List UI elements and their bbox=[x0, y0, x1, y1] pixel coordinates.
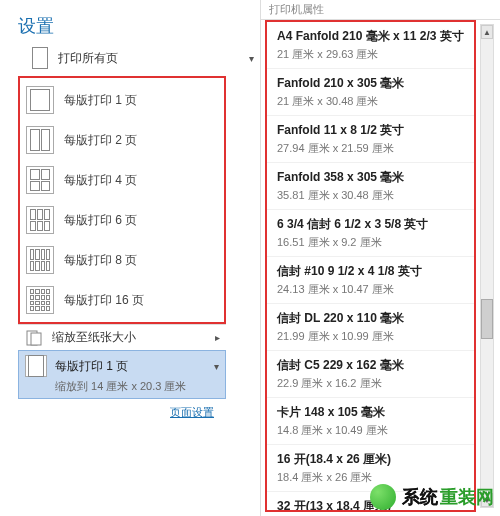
pages-per-sheet-label: 每版打印 1 页 bbox=[64, 92, 137, 109]
chevron-right-icon: ▸ bbox=[215, 332, 220, 343]
chevron-down-icon: ▾ bbox=[249, 53, 254, 64]
printer-properties-header: 打印机属性 bbox=[261, 0, 500, 20]
paper-size-name: 信封 DL 220 x 110 毫米 bbox=[277, 310, 464, 327]
pages-per-sheet-menu: 每版打印 1 页每版打印 2 页每版打印 4 页每版打印 6 页每版打印 8 页… bbox=[18, 76, 226, 324]
pages-per-sheet-option[interactable]: 每版打印 1 页 bbox=[20, 80, 224, 120]
paper-size-option[interactable]: 16 开(18.4 x 26 厘米)18.4 厘米 x 26 厘米 bbox=[267, 445, 474, 492]
pages-per-sheet-label: 每版打印 16 页 bbox=[64, 292, 144, 309]
settings-title: 设置 bbox=[0, 10, 260, 46]
paper-size-dimensions: 22.9 厘米 x 16.2 厘米 bbox=[277, 376, 464, 391]
pages-grid-icon bbox=[26, 246, 54, 274]
scroll-down-button[interactable]: ▼ bbox=[481, 493, 493, 507]
paper-size-dimensions: 16.51 厘米 x 9.2 厘米 bbox=[277, 235, 464, 250]
paper-size-name: 6 3/4 信封 6 1/2 x 3 5/8 英寸 bbox=[277, 216, 464, 233]
paper-size-option[interactable]: 32 开(13 x 18.4 厘米)13 厘米 x 18.4 厘米 bbox=[267, 492, 474, 512]
paper-size-name: Fanfold 358 x 305 毫米 bbox=[277, 169, 464, 186]
paper-size-name: 16 开(18.4 x 26 厘米) bbox=[277, 451, 464, 468]
paper-size-option[interactable]: Fanfold 210 x 305 毫米21 厘米 x 30.48 厘米 bbox=[267, 69, 474, 116]
print-scope-label: 打印所有页 bbox=[58, 50, 118, 67]
scale-icon bbox=[24, 328, 44, 348]
pages-grid-icon bbox=[26, 206, 54, 234]
paper-size-name: 信封 #10 9 1/2 x 4 1/8 英寸 bbox=[277, 263, 464, 280]
paper-size-dimensions: 14.8 厘米 x 10.49 厘米 bbox=[277, 423, 464, 438]
paper-size-dimensions: 24.13 厘米 x 10.47 厘米 bbox=[277, 282, 464, 297]
print-scope-dropdown[interactable]: 打印所有页 ▾ bbox=[0, 46, 260, 70]
scroll-thumb[interactable] bbox=[481, 299, 493, 339]
pages-per-sheet-option[interactable]: 每版打印 2 页 bbox=[20, 120, 224, 160]
current-pages-per-sheet-dropdown[interactable]: 每版打印 1 页 ▾ 缩放到 14 厘米 x 20.3 厘米 bbox=[18, 350, 226, 399]
paper-size-name: 信封 C5 229 x 162 毫米 bbox=[277, 357, 464, 374]
paper-size-option[interactable]: A4 Fanfold 210 毫米 x 11 2/3 英寸21 厘米 x 29.… bbox=[267, 22, 474, 69]
paper-size-dimensions: 18.4 厘米 x 26 厘米 bbox=[277, 470, 464, 485]
paper-size-option[interactable]: Fanfold 358 x 305 毫米35.81 厘米 x 30.48 厘米 bbox=[267, 163, 474, 210]
paper-size-name: A4 Fanfold 210 毫米 x 11 2/3 英寸 bbox=[277, 28, 464, 45]
scroll-track[interactable] bbox=[481, 39, 493, 493]
pages-per-sheet-label: 每版打印 8 页 bbox=[64, 252, 137, 269]
chevron-down-icon: ▾ bbox=[214, 361, 219, 372]
scroll-up-button[interactable]: ▲ bbox=[481, 25, 493, 39]
paper-size-dimensions: 21 厘米 x 30.48 厘米 bbox=[277, 94, 464, 109]
paper-size-dimensions: 21.99 厘米 x 10.99 厘米 bbox=[277, 329, 464, 344]
paper-size-option[interactable]: 6 3/4 信封 6 1/2 x 3 5/8 英寸16.51 厘米 x 9.2 … bbox=[267, 210, 474, 257]
pages-per-sheet-label: 每版打印 6 页 bbox=[64, 212, 137, 229]
paper-size-dimensions: 35.81 厘米 x 30.48 厘米 bbox=[277, 188, 464, 203]
paper-size-name: Fanfold 11 x 8 1/2 英寸 bbox=[277, 122, 464, 139]
paper-size-dimensions: 21 厘米 x 29.63 厘米 bbox=[277, 47, 464, 62]
page-icon bbox=[25, 355, 47, 377]
paper-size-dimensions: 27.94 厘米 x 21.59 厘米 bbox=[277, 141, 464, 156]
paper-size-name: Fanfold 210 x 305 毫米 bbox=[277, 75, 464, 92]
current-pps-sub: 缩放到 14 厘米 x 20.3 厘米 bbox=[25, 379, 219, 394]
pages-per-sheet-option[interactable]: 每版打印 8 页 bbox=[20, 240, 224, 280]
pages-per-sheet-label: 每版打印 2 页 bbox=[64, 132, 137, 149]
paper-size-list: A4 Fanfold 210 毫米 x 11 2/3 英寸21 厘米 x 29.… bbox=[265, 20, 476, 512]
pages-grid-icon bbox=[26, 86, 54, 114]
page-setup-link[interactable]: 页面设置 bbox=[18, 399, 226, 420]
pages-per-sheet-option[interactable]: 每版打印 4 页 bbox=[20, 160, 224, 200]
paper-size-option[interactable]: 信封 C5 229 x 162 毫米22.9 厘米 x 16.2 厘米 bbox=[267, 351, 474, 398]
pages-per-sheet-option[interactable]: 每版打印 16 页 bbox=[20, 280, 224, 320]
paper-size-option[interactable]: Fanfold 11 x 8 1/2 英寸27.94 厘米 x 21.59 厘米 bbox=[267, 116, 474, 163]
scale-label: 缩放至纸张大小 bbox=[52, 329, 136, 346]
pages-grid-icon bbox=[26, 166, 54, 194]
pages-per-sheet-label: 每版打印 4 页 bbox=[64, 172, 137, 189]
paper-size-option[interactable]: 卡片 148 x 105 毫米14.8 厘米 x 10.49 厘米 bbox=[267, 398, 474, 445]
paper-size-option[interactable]: 信封 #10 9 1/2 x 4 1/8 英寸24.13 厘米 x 10.47 … bbox=[267, 257, 474, 304]
scale-to-paper-row[interactable]: 缩放至纸张大小 ▸ bbox=[18, 324, 226, 350]
paper-size-name: 32 开(13 x 18.4 厘米) bbox=[277, 498, 464, 512]
paper-size-name: 卡片 148 x 105 毫米 bbox=[277, 404, 464, 421]
pages-grid-icon bbox=[26, 126, 54, 154]
scrollbar[interactable]: ▲ ▼ bbox=[480, 24, 494, 508]
pages-per-sheet-option[interactable]: 每版打印 6 页 bbox=[20, 200, 224, 240]
current-pps-label: 每版打印 1 页 bbox=[55, 358, 128, 375]
paper-size-option[interactable]: 信封 DL 220 x 110 毫米21.99 厘米 x 10.99 厘米 bbox=[267, 304, 474, 351]
pages-grid-icon bbox=[26, 286, 54, 314]
document-icon bbox=[30, 48, 50, 68]
svg-rect-1 bbox=[31, 333, 41, 345]
